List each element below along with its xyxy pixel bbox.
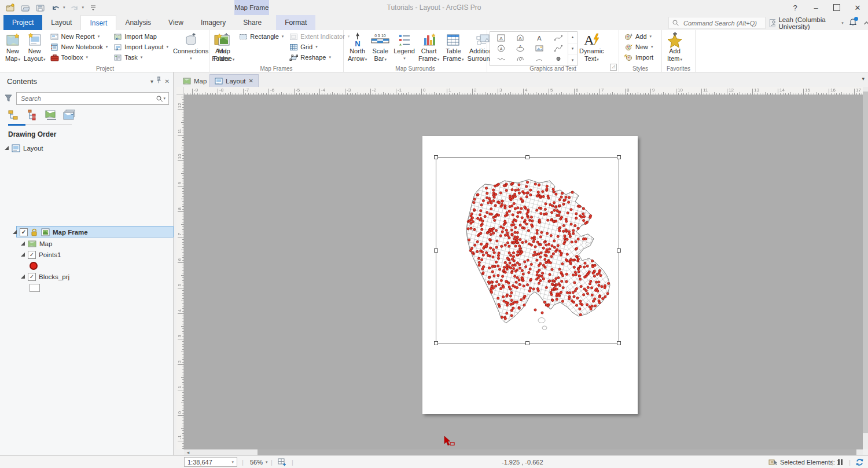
new-project-icon[interactable] <box>5 2 16 13</box>
gallery-item-boxed-a[interactable]: A <box>491 32 510 43</box>
dynamic-text-button[interactable]: A Dynamic Text▾ <box>578 31 606 63</box>
selection-handle-se[interactable] <box>617 341 621 345</box>
gallery-item-freehand[interactable] <box>510 53 529 64</box>
connections-button[interactable]: Connections ▾ <box>171 31 210 62</box>
view-mode-drawing-order-icon[interactable] <box>7 108 22 122</box>
graphics-dialog-launcher-icon[interactable]: ◿ <box>610 64 617 71</box>
view-mode-pages-icon[interactable] <box>62 108 78 122</box>
add-layout-grid-button[interactable] <box>278 456 286 468</box>
blocks-prj-checkbox[interactable]: ✓ <box>28 273 36 281</box>
undo-caret-icon[interactable]: ▾ <box>63 5 65 10</box>
panel-menu-caret-icon[interactable]: ▾ <box>150 78 153 85</box>
contents-search-input[interactable] <box>20 94 156 103</box>
gallery-item-spline-text[interactable] <box>549 32 568 43</box>
chart-frame-button[interactable]: Chart Frame▾ <box>417 31 441 63</box>
command-search-input[interactable] <box>682 19 760 27</box>
tree-item-map-frame[interactable]: ✓ Map Frame <box>13 226 88 237</box>
pause-drawing-button[interactable] <box>838 456 843 468</box>
selection-handle-ne[interactable] <box>617 155 621 159</box>
gallery-scroll-up-icon[interactable]: ▴ <box>568 32 577 43</box>
panel-close-icon[interactable]: ✕ <box>165 78 170 85</box>
tab-layout[interactable]: Layout <box>42 15 80 30</box>
point-symbol-swatch[interactable] <box>30 262 38 270</box>
customize-qat-icon[interactable] <box>87 2 99 13</box>
scale-combobox[interactable]: 1:38,647 ▾ <box>184 457 237 467</box>
gallery-item-arc[interactable] <box>529 53 549 64</box>
points1-checkbox[interactable]: ✓ <box>28 251 36 259</box>
gallery-item-polyline[interactable] <box>549 43 568 53</box>
expander-icon[interactable] <box>21 275 25 279</box>
tree-item-points1-symbol[interactable] <box>30 260 38 271</box>
refresh-button[interactable] <box>855 456 864 468</box>
new-report-button[interactable]: New Report ▾ <box>49 31 110 42</box>
tab-analysis[interactable]: Analysis <box>116 15 160 30</box>
gallery-item-ellipse-a[interactable]: A <box>510 43 529 53</box>
horizontal-scroll-thumb[interactable] <box>258 449 856 455</box>
import-map-button[interactable]: Import Map <box>112 31 170 42</box>
tab-imagery[interactable]: Imagery <box>192 15 234 30</box>
gallery-more-icon[interactable]: ▾ <box>568 54 577 65</box>
reshape-button[interactable]: Reshape ▾ <box>288 52 351 63</box>
new-map-button[interactable]: New Map▾ <box>3 31 22 63</box>
new-layout-button[interactable]: New Layout▾ <box>22 31 47 63</box>
collapse-ribbon-icon[interactable] <box>863 21 868 25</box>
tab-view[interactable]: View <box>160 15 192 30</box>
expander-icon[interactable] <box>13 230 17 234</box>
vertical-scroll-thumb[interactable] <box>863 92 868 433</box>
grid-button[interactable]: Grid ▾ <box>288 42 351 52</box>
gallery-item-plain-a[interactable]: A <box>529 32 549 43</box>
doc-tab-map[interactable]: Map <box>178 75 211 87</box>
panel-pin-icon[interactable] <box>156 76 161 85</box>
styles-new-button[interactable]: New ▾ <box>623 42 655 52</box>
unlocked-icon[interactable] <box>31 228 38 236</box>
tab-insert[interactable]: Insert <box>80 15 116 30</box>
layout-canvas[interactable] <box>184 95 863 449</box>
selection-handle-w[interactable] <box>434 248 438 253</box>
tab-project[interactable]: Project <box>3 15 42 30</box>
table-frame-button[interactable]: Table Frame▾ <box>441 31 465 63</box>
view-mode-snapping-icon[interactable] <box>44 108 59 122</box>
gallery-item-circle-a[interactable]: A <box>491 43 510 53</box>
layout-tab-close-icon[interactable]: ✕ <box>249 78 253 84</box>
selection-handle-sw[interactable] <box>434 341 438 345</box>
selected-elements-indicator[interactable]: Selected Elements: 1 <box>768 456 840 468</box>
selection-handle-e[interactable] <box>617 248 621 253</box>
task-button[interactable]: Task ▾ <box>112 52 170 63</box>
tree-item-map[interactable]: Map <box>21 238 52 249</box>
selection-handle-s[interactable] <box>525 341 529 345</box>
scroll-left-icon[interactable]: ◂ <box>184 449 192 455</box>
tabstrip-caret-icon[interactable]: ▾ <box>862 76 865 82</box>
new-notebook-button[interactable]: New Notebook ▾ <box>49 42 110 52</box>
polygon-symbol-swatch[interactable] <box>30 284 40 292</box>
view-mode-source-icon[interactable] <box>25 108 41 122</box>
gallery-scroll-down-icon[interactable]: ▾ <box>568 43 577 55</box>
gallery-item-point[interactable] <box>549 53 568 64</box>
filter-icon[interactable] <box>5 94 12 104</box>
map-frame-element[interactable] <box>436 157 619 343</box>
styles-add-button[interactable]: Add ▾ <box>623 31 655 42</box>
gallery-item-picture[interactable] <box>529 43 549 53</box>
tree-item-layout[interactable]: Layout <box>5 142 43 153</box>
selection-handle-n[interactable] <box>525 155 529 159</box>
scale-bar-button[interactable]: 0 5 10 Scale Bar▾ <box>369 31 392 63</box>
tree-item-blocks-prj[interactable]: ✓ Blocks_prj <box>21 271 69 282</box>
map-frame-button[interactable]: Map Frame▾ <box>212 31 236 63</box>
expander-icon[interactable] <box>21 242 25 246</box>
contents-search-caret-icon[interactable]: ▾ <box>163 96 165 101</box>
add-item-button[interactable]: Add Item▾ <box>664 31 685 63</box>
doc-tab-layout[interactable]: Layout ✕ <box>209 74 259 87</box>
minimize-button[interactable]: – <box>806 0 826 15</box>
open-project-icon[interactable] <box>20 2 31 13</box>
user-account-area[interactable]: Leah (Columbia University) ▾ <box>770 17 868 29</box>
save-project-icon[interactable] <box>35 2 46 13</box>
maximize-button[interactable] <box>826 0 847 15</box>
rectangle-button[interactable]: Rectangle ▾ <box>237 31 285 42</box>
tree-item-blocks-symbol[interactable] <box>30 282 40 293</box>
map-frame-checkbox[interactable]: ✓ <box>20 228 28 236</box>
selection-handle-nw[interactable] <box>434 155 438 159</box>
tree-item-points1[interactable]: ✓ Points1 <box>21 249 61 260</box>
close-button[interactable]: ✕ <box>847 0 868 15</box>
layout-page[interactable] <box>422 136 638 414</box>
toolbox-button[interactable]: Toolbox ▾ <box>49 52 110 63</box>
expander-icon[interactable] <box>5 146 9 150</box>
